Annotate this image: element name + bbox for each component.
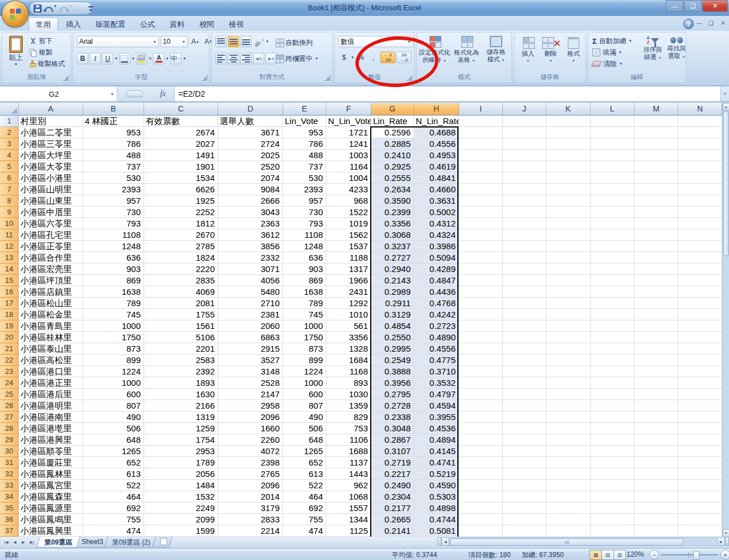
cell-F3[interactable]: 1241 xyxy=(326,138,371,150)
cell-E24[interactable]: 1000 xyxy=(283,377,326,389)
cell-F18[interactable]: 1010 xyxy=(326,309,371,320)
cell-L6[interactable] xyxy=(591,172,634,184)
cell-H26[interactable]: 0.4594 xyxy=(414,400,459,411)
cell-F22[interactable]: 1684 xyxy=(326,355,371,366)
cell-D2[interactable]: 3671 xyxy=(218,127,283,138)
cell-E31[interactable]: 652 xyxy=(283,457,326,468)
cell-K32[interactable] xyxy=(546,468,591,480)
cell-G13[interactable]: 0.2727 xyxy=(371,252,414,263)
cell-C24[interactable]: 1893 xyxy=(144,377,218,389)
cell-K27[interactable] xyxy=(546,411,591,423)
cell-H6[interactable]: 0.4841 xyxy=(414,172,459,184)
row-header-24[interactable]: 24 xyxy=(0,377,19,389)
cell-N29[interactable] xyxy=(678,434,722,446)
cell-G10[interactable]: 0.3356 xyxy=(371,218,414,229)
cell-J14[interactable] xyxy=(503,263,546,275)
cell-D17[interactable]: 2710 xyxy=(218,298,283,309)
cell-C34[interactable]: 1532 xyxy=(144,491,218,503)
cell-D20[interactable]: 6863 xyxy=(218,332,283,343)
number-dialog-launcher-icon[interactable] xyxy=(407,75,412,81)
sheet-tab-3[interactable]: 第09選區 (2) xyxy=(104,537,159,547)
clipboard-dialog-launcher-icon[interactable] xyxy=(63,75,69,81)
cell-I35[interactable] xyxy=(459,503,503,514)
cell-A15[interactable]: 小港區坪頂里 xyxy=(19,275,83,286)
cell-K12[interactable] xyxy=(546,241,591,252)
cell-D36[interactable]: 2833 xyxy=(218,514,283,525)
cell-F1[interactable]: N_Lin_Vote xyxy=(326,116,371,127)
cell-K7[interactable] xyxy=(546,184,591,195)
cell-D7[interactable]: 9084 xyxy=(218,184,283,195)
cell-N28[interactable] xyxy=(678,423,722,434)
cell-A33[interactable]: 小港區鳳宮里 xyxy=(19,480,83,491)
cell-H4[interactable]: 0.4953 xyxy=(414,150,459,161)
cell-I37[interactable] xyxy=(459,525,503,537)
cell-B6[interactable]: 530 xyxy=(83,172,144,184)
cell-B23[interactable]: 1224 xyxy=(83,366,144,377)
cell-D8[interactable]: 2666 xyxy=(218,195,283,207)
cell-N26[interactable] xyxy=(678,400,722,411)
cell-N15[interactable] xyxy=(678,275,722,286)
close-button[interactable]: ✕ xyxy=(702,0,728,12)
cell-L4[interactable] xyxy=(591,150,634,161)
cell-A5[interactable]: 小港區大苓里 xyxy=(19,161,83,172)
cell-N33[interactable] xyxy=(678,480,722,491)
cell-G8[interactable]: 0.3590 xyxy=(371,195,414,207)
cell-J6[interactable] xyxy=(503,172,546,184)
font-color-button[interactable]: A xyxy=(153,53,165,64)
cell-C4[interactable]: 1491 xyxy=(144,150,218,161)
cell-E33[interactable]: 522 xyxy=(283,480,326,491)
cell-H15[interactable]: 0.4847 xyxy=(414,275,459,286)
cell-M1[interactable] xyxy=(634,116,678,127)
scroll-left-icon[interactable]: ◀ xyxy=(441,537,449,546)
cell-N22[interactable] xyxy=(678,355,722,366)
cell-C31[interactable]: 1789 xyxy=(144,457,218,468)
cell-D22[interactable]: 3527 xyxy=(218,355,283,366)
cell-E4[interactable]: 488 xyxy=(283,150,326,161)
cell-K28[interactable] xyxy=(546,423,591,434)
cell-A16[interactable]: 小港區店鎮里 xyxy=(19,286,83,298)
cell-F12[interactable]: 1537 xyxy=(326,241,371,252)
increase-decimal-button[interactable]: ←.0.00 xyxy=(380,52,395,63)
cell-F2[interactable]: 1721 xyxy=(326,127,371,138)
cell-D31[interactable]: 2398 xyxy=(218,457,283,468)
cell-F33[interactable]: 962 xyxy=(326,480,371,491)
cell-J22[interactable] xyxy=(503,355,546,366)
cell-C9[interactable]: 2252 xyxy=(144,207,218,218)
cell-L26[interactable] xyxy=(591,400,634,411)
alignment-dialog-launcher-icon[interactable] xyxy=(325,75,330,81)
cell-F9[interactable]: 1522 xyxy=(326,207,371,218)
cell-E15[interactable]: 869 xyxy=(283,275,326,286)
find-select-button[interactable]: 尋找與選取 ▼ xyxy=(665,36,689,62)
cell-B26[interactable]: 807 xyxy=(83,400,144,411)
cell-B10[interactable]: 793 xyxy=(83,218,144,229)
cell-A22[interactable]: 小港區高松里 xyxy=(19,355,83,366)
number-format-combo[interactable]: 數值▼ xyxy=(338,36,413,47)
cell-K10[interactable] xyxy=(546,218,591,229)
row-header-1[interactable]: 1 xyxy=(0,116,19,127)
cell-J35[interactable] xyxy=(503,503,546,514)
cell-H16[interactable]: 0.4436 xyxy=(414,286,459,298)
cell-J33[interactable] xyxy=(503,480,546,491)
tab-view[interactable]: 檢視 xyxy=(222,17,251,31)
cell-H1[interactable]: N_Lin_Rate xyxy=(414,116,459,127)
cell-H36[interactable]: 0.4744 xyxy=(414,514,459,525)
cell-M37[interactable] xyxy=(634,525,678,537)
cell-E5[interactable]: 737 xyxy=(283,161,326,172)
cell-G4[interactable]: 0.2410 xyxy=(371,150,414,161)
cell-J25[interactable] xyxy=(503,389,546,400)
cell-A6[interactable]: 小港區小港里 xyxy=(19,172,83,184)
cell-D6[interactable]: 2074 xyxy=(218,172,283,184)
row-header-27[interactable]: 27 xyxy=(0,411,19,423)
fill-color-button[interactable] xyxy=(136,53,148,64)
border-button[interactable] xyxy=(119,53,130,64)
cell-H29[interactable]: 0.4894 xyxy=(414,434,459,446)
cell-E3[interactable]: 786 xyxy=(283,138,326,150)
cell-I2[interactable] xyxy=(459,127,503,138)
bold-button[interactable]: B xyxy=(77,53,88,64)
cell-A32[interactable]: 小港區鳳林里 xyxy=(19,468,83,480)
cell-B25[interactable]: 600 xyxy=(83,389,144,400)
cell-H34[interactable]: 0.5303 xyxy=(414,491,459,503)
name-box-dropdown-icon[interactable]: ▼ xyxy=(108,92,117,96)
cell-N4[interactable] xyxy=(678,150,722,161)
cell-K16[interactable] xyxy=(546,286,591,298)
